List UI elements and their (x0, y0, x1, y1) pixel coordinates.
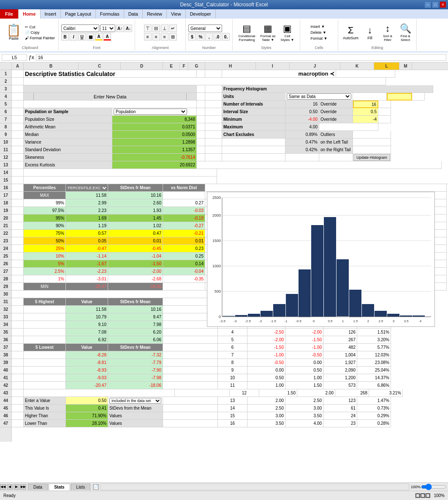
col-header-b[interactable]: B (24, 62, 79, 70)
col-header-d[interactable]: D (121, 62, 163, 70)
hist-m4[interactable] (412, 93, 425, 101)
hist-override6-val[interactable]: 0.5 (353, 108, 378, 116)
col-header-f[interactable]: F (180, 62, 188, 70)
cell-g6[interactable] (205, 108, 222, 116)
cell-f11[interactable] (197, 146, 205, 154)
cell-a32[interactable] (12, 306, 24, 313)
cell-a9[interactable] (12, 131, 24, 139)
cell-f4[interactable] (197, 93, 205, 101)
tab-developer[interactable]: Developer (186, 9, 216, 19)
sheet-prev2-btn[interactable]: ◀ (7, 484, 13, 490)
format-table-btn[interactable]: ▦ Format asTable ▼ (258, 22, 278, 43)
pct-type-select[interactable]: PERCENTILE.EXC (66, 185, 108, 190)
percent-btn[interactable]: % (197, 33, 204, 41)
cell-a4[interactable] (12, 93, 24, 101)
cell-a8[interactable] (12, 123, 24, 131)
cell-a44[interactable] (12, 397, 24, 405)
cell-a17[interactable] (12, 192, 24, 199)
cell-a11[interactable] (12, 146, 24, 154)
cell-a40[interactable] (12, 367, 24, 374)
cell-a37[interactable] (12, 344, 24, 351)
cell-reference-input[interactable] (2, 54, 27, 61)
font-grow-btn[interactable]: A↑ (116, 24, 124, 32)
pct-header-1[interactable]: PERCENTILE.EXC (66, 184, 108, 192)
cell-a12[interactable] (12, 154, 24, 161)
fill-btn[interactable]: ↓ Fill (361, 24, 378, 41)
restore-btn[interactable]: □ (432, 1, 439, 8)
cell-a38[interactable] (12, 351, 24, 359)
included-select[interactable]: Included in the data set (109, 398, 161, 404)
cell-g1[interactable] (205, 70, 222, 78)
cell-a1[interactable] (12, 70, 24, 78)
cell-a19[interactable] (12, 207, 24, 215)
decrease-decimal-btn[interactable]: 0. (222, 33, 230, 41)
cell-f5[interactable] (197, 101, 205, 108)
sheet-tab-data[interactable]: Data (28, 484, 48, 490)
cell-a45[interactable] (12, 405, 24, 412)
font-color-btn[interactable]: A (103, 33, 111, 41)
pop-sample-select[interactable]: Population (114, 109, 187, 115)
align-right-btn[interactable]: ≡ (161, 33, 168, 41)
increase-decimal-btn[interactable]: .0 (214, 33, 221, 41)
cell-lm1[interactable] (336, 70, 395, 78)
tab-view[interactable]: View (167, 9, 186, 19)
align-bottom-btn[interactable]: ⊥ (161, 24, 168, 32)
font-size-select[interactable]: 11 (100, 24, 115, 32)
cell-a23[interactable] (12, 237, 24, 245)
minimize-btn[interactable]: ─ (424, 1, 431, 8)
cut-btn[interactable]: ✂ Cut (24, 24, 56, 30)
col-header-e[interactable]: E (163, 62, 180, 70)
font-shrink-btn[interactable]: A↓ (125, 24, 132, 32)
cell-styles-btn[interactable]: ▣ CellStyles ▼ (279, 22, 296, 43)
cell-a7[interactable] (12, 116, 24, 123)
cell-f1[interactable] (197, 70, 205, 78)
cell-g8[interactable] (205, 123, 222, 131)
cell-a47[interactable] (12, 420, 24, 427)
new-sheet-btn[interactable]: 📄 (93, 484, 99, 490)
tab-page-layout[interactable]: Page Layout (61, 9, 96, 19)
cell-a41[interactable] (12, 374, 24, 382)
comma-btn[interactable]: , (205, 33, 213, 41)
tab-data[interactable]: Data (124, 9, 143, 19)
cell-a29[interactable] (12, 283, 24, 291)
hist-m5[interactable] (378, 101, 391, 108)
currency-btn[interactable]: $ (188, 33, 196, 41)
tab-file[interactable]: File (0, 9, 19, 19)
fill-color-btn[interactable]: A (95, 33, 103, 41)
col-header-a[interactable]: A (12, 62, 24, 70)
sheet-next2-btn[interactable]: ▶▶ (20, 484, 26, 490)
cell-f3[interactable] (197, 85, 205, 93)
cell-a34[interactable] (12, 321, 24, 329)
cell-a25[interactable] (12, 253, 24, 260)
align-left-btn[interactable]: ≡ (144, 33, 152, 41)
wrap-text-btn[interactable]: ↵ (169, 24, 177, 32)
cell-g3[interactable] (205, 85, 222, 93)
sheet-next-btn[interactable]: ▶ (14, 484, 19, 490)
cell-f10[interactable] (197, 139, 205, 146)
cell-f7[interactable] (197, 116, 205, 123)
sheet-prev-btn[interactable]: ◀◀ (0, 484, 6, 490)
align-center-btn[interactable]: ≡ (152, 33, 160, 41)
tab-formulas[interactable]: Formulas (96, 9, 124, 19)
update-histogram-button[interactable]: Update Histogram (353, 154, 390, 161)
number-format-select[interactable]: General (188, 24, 222, 32)
sort-filter-btn[interactable]: ↕ Sort &Filter (379, 22, 396, 43)
paste-btn[interactable]: 📋 Paste (4, 23, 23, 42)
cell-a26[interactable] (12, 260, 24, 268)
cell-a33[interactable] (12, 313, 24, 321)
cell-f9[interactable] (197, 131, 205, 139)
col-header-l[interactable]: L (374, 62, 399, 70)
cell-a39[interactable] (12, 359, 24, 367)
update-histogram-btn-cell[interactable]: Update Histogram (353, 154, 391, 161)
underline-btn[interactable]: U (78, 33, 86, 41)
cell-f8[interactable] (197, 123, 205, 131)
cell-a2[interactable] (12, 78, 24, 85)
cell-g9[interactable] (205, 131, 222, 139)
close-btn[interactable]: ✕ (440, 1, 446, 8)
col-header-j[interactable]: J (290, 62, 340, 70)
horizontal-scrollbar[interactable] (100, 484, 409, 490)
cell-a28[interactable] (12, 275, 24, 283)
hist-override5-val[interactable]: 16 (353, 101, 378, 108)
cell-g10[interactable] (205, 139, 222, 146)
cell-a31[interactable] (12, 298, 24, 306)
